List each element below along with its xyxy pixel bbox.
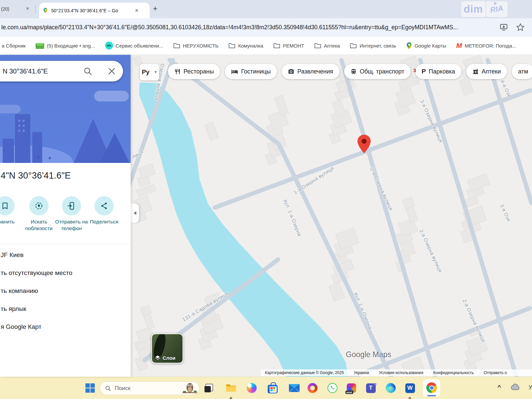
tray-expand-icon[interactable]: ^: [497, 384, 501, 391]
avast-browser-button[interactable]: [306, 382, 319, 394]
bookmark-label: Аптека: [324, 43, 340, 49]
maps-pin-icon: [406, 42, 412, 49]
bookmark-label: Комуналка: [238, 43, 263, 49]
bookmark-item[interactable]: (5) Входящие • ang...: [36, 42, 95, 49]
bookmark-item[interactable]: Google Карты: [406, 42, 446, 49]
category-pill[interactable]: Общ. транспорт: [344, 64, 411, 79]
category-pill[interactable]: Аптеки: [466, 64, 507, 79]
category-label: Общ. транспорт: [360, 68, 404, 75]
file-explorer-button[interactable]: [225, 382, 237, 394]
close-tab-icon[interactable]: ×: [26, 5, 29, 12]
category-pill[interactable]: PПарковка: [415, 64, 462, 79]
bookmark-item[interactable]: Интернет, связь: [350, 43, 396, 49]
collapse-panel-button[interactable]: [131, 203, 139, 223]
meteofor-icon: M: [456, 42, 462, 50]
layers-icon: [155, 355, 161, 361]
bookmark-item[interactable]: Комуналка: [228, 43, 263, 49]
microsoft-store-button[interactable]: [266, 382, 279, 394]
category-label: Аптеки: [482, 68, 501, 75]
place-hero-illustration: N 30°36'41.6"E: [0, 55, 131, 163]
taskbar-search-box[interactable]: Поиск: [100, 381, 200, 395]
google-maps-watermark: Google Maps: [346, 350, 391, 359]
place-link-item[interactable]: я Google Карт: [0, 318, 131, 336]
bookmark-item[interactable]: РЕМОНТ: [273, 43, 304, 49]
map-pin[interactable]: [357, 135, 371, 153]
bookmark-label: а Сборник: [2, 43, 26, 49]
mail-green-icon: [36, 42, 44, 49]
place-panel: N 30°36'41.6"E 4"N 30°36'41.6"E хранить …: [0, 55, 131, 377]
watermark-ria: ★RIA: [486, 1, 507, 17]
road: [485, 58, 532, 206]
category-label: Развлечения: [297, 68, 333, 75]
building: [136, 184, 156, 197]
bookmark-item[interactable]: Аптека: [314, 43, 340, 49]
task-view-button[interactable]: [202, 382, 215, 394]
folder-icon: [228, 43, 235, 49]
address-bar: le.com.ua/maps/place/50°21'03.4"N+30°36'…: [0, 18, 532, 37]
word-button[interactable]: W: [404, 382, 416, 394]
copilot-button[interactable]: [245, 382, 258, 394]
m365-copilot-button[interactable]: M365: [345, 382, 358, 394]
place-link-item[interactable]: ть отсутствующее место: [0, 264, 131, 282]
price-filter-label[interactable]: Py: [140, 68, 152, 76]
bookmark-item[interactable]: MMETEOFOR: Погода...: [456, 42, 516, 50]
bookmark-item[interactable]: а Сборник: [2, 43, 26, 49]
category-pill[interactable]: Рестораны: [168, 64, 220, 79]
onedrive-cloud-icon[interactable]: [510, 383, 520, 392]
share-button[interactable]: Поделиться: [85, 196, 123, 225]
windows-start-button[interactable]: [84, 382, 96, 394]
attribution-link[interactable]: Отправить о: [484, 370, 507, 375]
edge-button[interactable]: [384, 382, 397, 394]
search-icon[interactable]: [83, 66, 92, 76]
send-to-devices-icon[interactable]: [499, 23, 509, 32]
tab-separator: [35, 5, 36, 13]
attribution-link[interactable]: Украина: [354, 370, 369, 375]
attribution-link[interactable]: Конфиденциальность: [433, 370, 474, 375]
chevron-down-icon[interactable]: ▼: [152, 64, 159, 80]
new-tab-button[interactable]: +: [153, 4, 157, 13]
category-pill[interactable]: атм: [512, 64, 532, 79]
bookmark-star-icon[interactable]: [516, 23, 525, 32]
folder-icon: [225, 383, 237, 393]
url-text[interactable]: le.com.ua/maps/place/50°21'03.4"N+30°36'…: [0, 24, 496, 31]
mail-button[interactable]: [288, 382, 301, 394]
street-label: вул. 1-а Озерна: [353, 292, 373, 330]
category-pill[interactable]: Развлечения: [282, 64, 339, 79]
divider: [0, 244, 131, 244]
category-pills: РестораныГостиницыРазвлеченияОбщ. трансп…: [168, 64, 532, 79]
close-tab-icon[interactable]: ×: [135, 7, 138, 14]
bookmark-label: НЕРУХОМІСТЬ: [183, 43, 218, 49]
hotel-icon: [231, 68, 238, 75]
bookmark-label: Интернет, связь: [359, 43, 396, 49]
whatsapp-button[interactable]: [326, 382, 339, 394]
chevron-left-icon: [134, 211, 136, 215]
store-icon: [268, 385, 278, 393]
tab-active[interactable]: 50°21'03.4"N 30°36'41.6"E – Go ×: [39, 3, 150, 18]
tab-inactive[interactable]: (20): [1, 6, 9, 12]
attribution-link[interactable]: Условия использования: [379, 370, 423, 375]
tab-title: 50°21'03.4"N 30°36'41.6"E – Go: [51, 8, 134, 13]
teams-icon: T: [366, 383, 376, 393]
bookmark-item[interactable]: olxСервис объявлени...: [105, 42, 163, 50]
send-to-phone-button[interactable]: Отправить на телефон: [53, 196, 90, 232]
street-label: 4-а Озе: [500, 79, 513, 98]
place-link-item[interactable]: ть ярлык: [0, 300, 131, 318]
category-label: Парковка: [429, 68, 455, 75]
teams-button[interactable]: T: [364, 382, 377, 394]
category-pill[interactable]: Гостиницы: [225, 64, 277, 79]
tab-strip: (20) × 50°21'03.4"N 30°36'41.6"E – Go × …: [0, 0, 532, 18]
search-nearby-button[interactable]: Искать поблизости: [20, 196, 58, 232]
close-icon[interactable]: [107, 66, 116, 76]
bookmark-item[interactable]: НЕРУХОМІСТЬ: [173, 43, 218, 49]
language-indicator[interactable]: У: [529, 385, 532, 391]
layers-button[interactable]: Слои: [151, 333, 183, 363]
panel-search-box[interactable]: N 30°36'41.6"E: [0, 61, 123, 81]
search-input[interactable]: N 30°36'41.6"E: [3, 67, 48, 75]
place-link-item[interactable]: JF Киев: [0, 246, 131, 264]
folder-icon: [173, 43, 180, 49]
price-filter-control[interactable]: Py ▼: [140, 64, 159, 80]
mail-icon: [289, 384, 300, 392]
chrome-button-active[interactable]: [423, 379, 440, 397]
place-link-item[interactable]: ть компанию: [0, 282, 131, 300]
maps-favicon-icon: [43, 8, 48, 13]
